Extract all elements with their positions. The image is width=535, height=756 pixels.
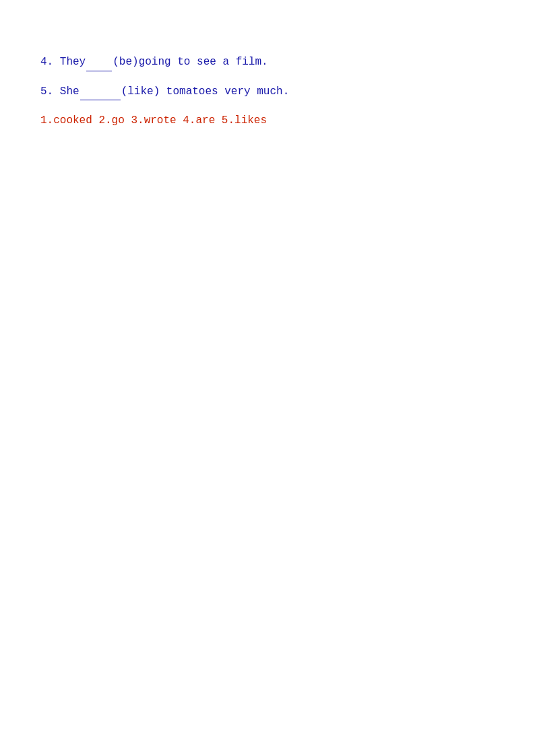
item-5-before: She [60, 85, 80, 98]
item-4-blank [86, 71, 112, 71]
item-5-after: tomatoes very much. [166, 85, 289, 98]
item-4-after: going to see a film. [139, 56, 268, 68]
page: 4. They(be)going to see a film. 5. She(l… [0, 0, 535, 756]
item-5-hint: (like) [121, 85, 160, 98]
answers-line: 1.cooked 2.go 3.wrote 4.are 5.likes [40, 112, 495, 130]
answers-text: 1.cooked 2.go 3.wrote 4.are 5.likes [40, 114, 267, 127]
item-4-before: They [60, 56, 86, 68]
item-4-number: 4. [40, 56, 53, 68]
item-5-number: 5. [40, 85, 53, 98]
exercise-item-4: 4. They(be)going to see a film. [40, 54, 495, 71]
item-4-hint: (be) [113, 56, 138, 68]
item-5-blank [80, 100, 121, 100]
exercise-item-5: 5. She(like) tomatoes very much. [40, 83, 495, 101]
